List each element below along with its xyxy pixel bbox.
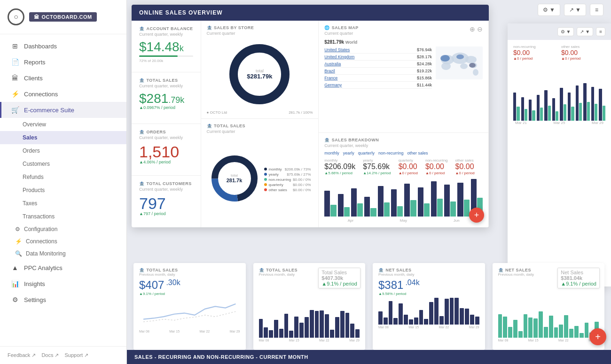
donut-chart-2: total 281.7k [209,153,260,204]
fab-button-2[interactable]: + [589,328,606,345]
bar-light-4 [384,202,390,217]
sub-item-transactions[interactable]: Transactions [0,210,126,223]
bar-light-2 [357,203,363,217]
rp-bar-dark-4 [544,90,547,121]
sub-item-products[interactable]: Products [0,184,126,197]
sales-by-store-card: 🏦 SALES BY STORE Current quarter total $… [201,21,319,119]
left-col: 🏦 ACCOUNT BALANCE Current quarter, weekl… [132,21,201,227]
ppc-icon: ▲ [11,264,19,271]
mini-bar-13 [325,314,329,338]
mini-bar-13 [564,315,568,338]
sub-item-sales[interactable]: Sales [0,131,126,144]
rp-menu-btn[interactable]: ≡ [596,27,605,36]
right-col: 🌐 SALES MAP Current quarter $281.79k Wor… [319,21,489,227]
mini-bar-12 [559,325,563,338]
sub-item-overview[interactable]: Overview [0,118,126,131]
mini-bar-18 [470,315,474,325]
sidebar-item-connections2[interactable]: ⚡ Connections [0,235,126,248]
clients-icon: 🏛 [11,74,19,82]
sidebar-item-settings[interactable]: ⚙ Settings [0,292,126,308]
mini-bar-0 [498,314,502,338]
sidebar-item-connections[interactable]: ⚡ Connections [0,86,126,102]
rp-bar-group-9 [583,83,590,121]
sub-item-taxes[interactable]: Taxes [0,197,126,210]
share-button[interactable]: ↗ ▼ [564,4,586,16]
settings-button[interactable]: ⚙ ▼ [538,4,560,16]
data-monitoring-icon: 🔍 [15,250,22,257]
rp-content: non-recurring $0.00 ▲0 / period other sa… [508,40,611,130]
rp-bar-light-6 [564,104,566,121]
bm-quarterly: quarterly $0.00 ▲0 / period [399,158,418,175]
bc1-labels: Mar 08 Mar 15 Mar 22 Mar 29 [139,330,240,333]
rp-bar-dark-9 [583,83,586,121]
menu-button[interactable]: ≡ [590,4,603,16]
sub-item-refunds[interactable]: Refunds [0,170,126,184]
mini-bar-17 [465,309,469,325]
bar-dark-6 [404,184,410,217]
rp-bar-group-5 [552,98,559,121]
bottom-title-bar: SALES - RECURRING AND NON-RECURRING - CU… [127,350,611,364]
mini-bar-16 [580,333,584,338]
mini-bar-0 [259,319,263,338]
docs-link[interactable]: Docs ↗ [41,352,59,358]
mini-bar-10 [549,316,553,338]
donut-center-2: total 281.7k [227,174,243,184]
map-expand-icon[interactable]: ⊕ [470,25,475,33]
panel-body: 🏦 ACCOUNT BALANCE Current quarter, weekl… [132,21,489,227]
total-sales-value: $281.79k [139,92,193,105]
fab-button-1[interactable]: + [469,208,484,223]
sidebar-item-dashboards[interactable]: ⊞ Dashboards [0,38,126,54]
bc2-labels: Mar 08 Mar 15 Mar 22 Mar 29 [259,339,360,342]
sidebar-item-ecommerce[interactable]: 🛒 E-commerce Suite [0,102,126,118]
feedback-link[interactable]: Feedback ↗ [8,352,36,358]
breakdown-bar-2 [351,188,363,217]
rp-bar-light-5 [556,111,558,121]
country-us: United States $76.94k [324,46,432,54]
donut-legend-1: ● OCTO Ltd 281.7k / 100% [201,110,319,115]
sidebar-item-clients[interactable]: 🏛 Clients [0,70,126,86]
bc3-icon: 🏦 [378,268,384,272]
rp-bar-light-4 [548,106,551,121]
svg-point-13 [440,55,450,62]
sub-item-customers[interactable]: Customers [0,157,126,170]
orders-icon: 🏦 [139,130,145,134]
mini-bar-6 [409,319,413,325]
country-fr: France $15.86k [324,75,432,82]
total-sales-card: 🏦 TOTAL SALES Current quarter, weekly $2… [132,72,201,124]
sidebar-logo: ○ 🏛 OCTOBOARD.COM [0,0,126,34]
mini-bar-14 [330,330,334,338]
sidebar-item-insights[interactable]: 📊 Insights [0,276,126,292]
bottom-card-1: 🏦 TOTAL SALES Previous month, daily $407… [133,263,246,350]
rp-bar-dark-10 [591,87,594,121]
sidebar-item-ppc[interactable]: ▲ PPC Analytics [0,260,126,276]
rp-bar-group-3 [537,95,543,121]
bm-nonrecurring: non-recurring $0.00 ▲0 / period [425,158,448,175]
map-content: United States $76.94k United Kingdom $28… [324,45,483,89]
progress-fill [139,55,178,57]
bottom-card-2: 🏦 TOTAL SALES Previous month, daily Tota… [253,263,366,350]
mini-bar-9 [424,319,428,325]
mini-bar-19 [475,317,479,325]
sidebar-item-configuration[interactable]: ⚙ Configuration [0,223,126,235]
donut2-content: total 281.7k monthly $206.09k / 73% [209,153,311,204]
rp-bar-light-10 [595,104,597,121]
bc4-icon: 🏦 [498,268,504,272]
connections2-icon: ⚡ [15,238,22,245]
connections-icon: ⚡ [11,90,19,98]
legend-dot-nonrecurring [264,178,267,181]
rp-bar-dark-7 [568,93,571,121]
progress-bar [139,55,193,57]
bar-dark-1 [338,194,344,217]
mini-bar-5 [524,314,528,338]
mini-bar-17 [345,313,350,338]
rp-settings-btn[interactable]: ⚙ ▼ [557,27,574,36]
sidebar-item-data-monitoring[interactable]: 🔍 Data Monitoring [0,248,126,260]
support-link[interactable]: Support ↗ [65,352,89,358]
sidebar-item-reports[interactable]: 📄 Reports [0,54,126,70]
logo-text[interactable]: 🏛 OCTOBOARD.COM [29,12,97,22]
total-sales-icon: 🏦 [139,78,145,83]
sub-item-orders[interactable]: Orders [0,144,126,157]
map-collapse-icon[interactable]: ⊖ [477,25,483,33]
bar-light-8 [437,199,443,217]
rp-share-btn[interactable]: ↗ ▼ [577,27,593,36]
